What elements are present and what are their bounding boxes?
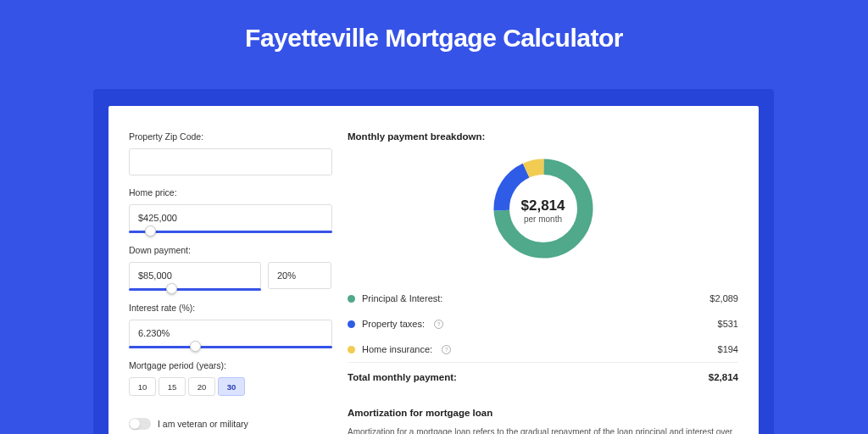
veteran-toggle-row: I am veteran or military (129, 418, 331, 430)
veteran-toggle-knob (130, 419, 140, 429)
page-title: Fayetteville Mortgage Calculator (0, 24, 868, 53)
veteran-label: I am veteran or military (158, 419, 248, 429)
calculator-card: Property Zip Code: Home price: Down paym… (108, 106, 759, 434)
interest-slider[interactable] (129, 346, 332, 348)
inputs-column: Property Zip Code: Home price: Down paym… (108, 106, 331, 434)
breakdown-title: Monthly payment breakdown: (348, 131, 738, 142)
donut-total-sub: per month (521, 214, 565, 224)
total-amount: $2,814 (709, 372, 738, 382)
donut-chart: $2,814 per month (348, 153, 738, 274)
zip-input[interactable] (129, 148, 332, 175)
home-price-slider[interactable] (129, 231, 332, 233)
home-price-group: Home price: (129, 187, 331, 233)
dot-icon (348, 320, 355, 328)
down-payment-slider-thumb[interactable] (166, 283, 177, 294)
home-price-slider-thumb[interactable] (145, 225, 156, 236)
breakdown-column: Monthly payment breakdown: $2,814 per mo… (331, 106, 759, 434)
interest-input[interactable] (129, 320, 332, 347)
period-btn-30[interactable]: 30 (218, 377, 245, 396)
period-options: 10 15 20 30 (129, 377, 331, 396)
info-icon[interactable]: ? (434, 320, 443, 329)
interest-group: Interest rate (%): (129, 303, 331, 348)
down-payment-slider[interactable] (129, 288, 261, 291)
legend-value-taxes: $531 (718, 319, 738, 329)
legend-row-principal: Principal & Interest: $2,089 (348, 286, 738, 311)
amortization-title: Amortization for mortgage loan (348, 408, 738, 418)
legend-row-insurance: Home insurance: ? $194 (348, 337, 738, 362)
down-payment-pct-input[interactable] (268, 262, 331, 289)
down-payment-label: Down payment: (129, 245, 331, 255)
period-btn-15[interactable]: 15 (159, 377, 186, 396)
interest-label: Interest rate (%): (129, 303, 331, 313)
veteran-toggle[interactable] (129, 418, 151, 430)
down-payment-amount-input[interactable] (129, 262, 261, 289)
down-payment-group: Down payment: (129, 245, 331, 291)
legend-value-insurance: $194 (718, 344, 738, 354)
home-price-label: Home price: (129, 187, 331, 198)
legend-label-insurance: Home insurance: (362, 344, 432, 354)
page-header: Fayetteville Mortgage Calculator (0, 0, 868, 70)
total-label: Total monthly payment: (348, 372, 457, 382)
amortization-text: Amortization for a mortgage loan refers … (348, 426, 738, 434)
home-price-input[interactable] (129, 204, 332, 231)
legend-row-taxes: Property taxes: ? $531 (348, 311, 738, 337)
period-btn-10[interactable]: 10 (129, 377, 156, 396)
legend-value-principal: $2,089 (709, 293, 738, 303)
zip-label: Property Zip Code: (129, 131, 331, 142)
info-icon[interactable]: ? (442, 345, 451, 354)
zip-field-group: Property Zip Code: (129, 131, 331, 175)
donut-center: $2,814 per month (521, 198, 565, 224)
dot-icon (348, 346, 355, 353)
legend-label-taxes: Property taxes: (362, 319, 425, 329)
legend-label-principal: Principal & Interest: (362, 293, 442, 303)
dot-icon (348, 295, 355, 303)
period-label: Mortgage period (years): (129, 360, 331, 370)
total-row: Total monthly payment: $2,814 (348, 363, 738, 394)
period-group: Mortgage period (years): 10 15 20 30 (129, 360, 331, 396)
period-btn-20[interactable]: 20 (188, 377, 215, 396)
interest-slider-thumb[interactable] (190, 341, 201, 352)
donut-total-amount: $2,814 (521, 198, 565, 214)
